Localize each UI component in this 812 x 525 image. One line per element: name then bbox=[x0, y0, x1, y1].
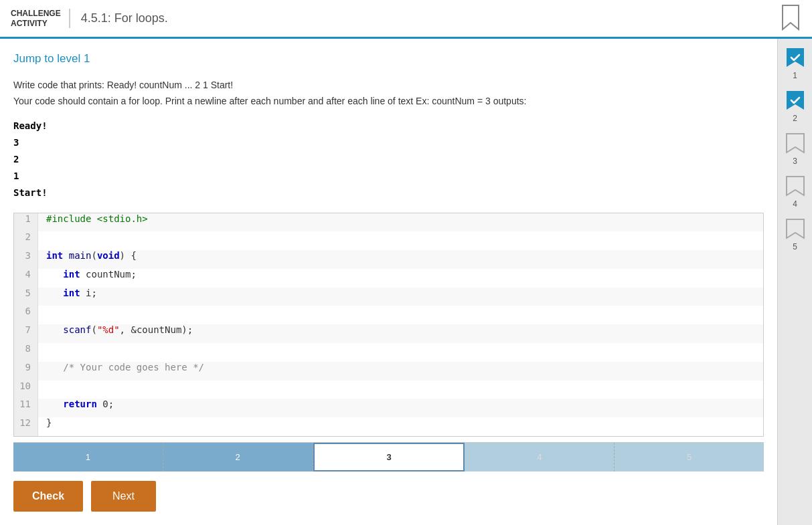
progress-segment-4[interactable]: 4 bbox=[465, 443, 615, 471]
badge-label: 3 bbox=[793, 156, 797, 166]
table-row: 1#include <stdio.h> bbox=[14, 213, 763, 232]
instructions: Write code that prints: Ready! countNum … bbox=[13, 78, 764, 110]
main-container: Jump to level 1 Write code that prints: … bbox=[0, 39, 812, 525]
line-number: 11 bbox=[14, 399, 38, 417]
code-editor[interactable]: 1#include <stdio.h>23int main(void) {4 i… bbox=[13, 213, 764, 437]
progress-segment-2[interactable]: 2 bbox=[163, 443, 313, 471]
line-number: 8 bbox=[14, 343, 38, 362]
line-number: 5 bbox=[14, 288, 38, 306]
challenge-activity-label: CHALLENGEACTIVITY bbox=[11, 9, 70, 28]
progress-segment-5[interactable]: 5 bbox=[615, 443, 764, 471]
output-line-3: 3 bbox=[13, 134, 764, 151]
badge-label: 5 bbox=[793, 242, 797, 251]
unchecked-badge-icon bbox=[785, 218, 805, 241]
progress-segment-3[interactable]: 3 bbox=[313, 443, 465, 471]
table-row: 4 int countNum; bbox=[14, 269, 763, 288]
bookmark-button[interactable] bbox=[780, 4, 801, 33]
line-content bbox=[38, 343, 763, 362]
line-content: scanf("%d", &countNum); bbox=[38, 324, 763, 343]
expected-output: Ready! 3 2 1 Start! bbox=[13, 118, 764, 202]
line-content bbox=[38, 231, 763, 250]
table-row: 12} bbox=[14, 417, 763, 436]
instruction-line1: Write code that prints: Ready! countNum … bbox=[13, 78, 764, 94]
line-number: 12 bbox=[14, 417, 38, 436]
line-number: 1 bbox=[14, 213, 38, 232]
table-row: 2 bbox=[14, 231, 763, 250]
line-number: 9 bbox=[14, 362, 38, 381]
output-line-2: 2 bbox=[13, 151, 764, 168]
line-content bbox=[38, 381, 763, 399]
output-line-ready: Ready! bbox=[13, 118, 764, 134]
line-number: 6 bbox=[14, 306, 38, 324]
table-row: 6 bbox=[14, 306, 763, 324]
level-badge-4[interactable]: 4 bbox=[785, 175, 805, 209]
badge-label: 2 bbox=[793, 114, 797, 123]
progress-bar: 12345 bbox=[13, 442, 764, 471]
table-row: 3int main(void) { bbox=[14, 250, 763, 269]
line-content bbox=[38, 306, 763, 324]
header: CHALLENGEACTIVITY 4.5.1: For loops. bbox=[0, 0, 812, 39]
unchecked-badge-icon bbox=[785, 132, 805, 155]
next-button[interactable]: Next bbox=[91, 481, 156, 512]
badge-label: 4 bbox=[793, 199, 797, 209]
line-number: 2 bbox=[14, 231, 38, 250]
checked-badge-icon bbox=[785, 90, 805, 112]
jump-to-level-link[interactable]: Jump to level 1 bbox=[13, 52, 764, 66]
output-line-1: 1 bbox=[13, 168, 764, 185]
level-badge-2[interactable]: 2 bbox=[785, 90, 805, 123]
right-sidebar: 1 2 3 4 5 bbox=[777, 39, 812, 525]
progress-segment-1[interactable]: 1 bbox=[13, 443, 163, 471]
page-title: 4.5.1: For loops. bbox=[81, 11, 168, 25]
button-row: Check Next bbox=[13, 471, 764, 518]
bookmark-icon bbox=[780, 4, 801, 31]
code-content: 1#include <stdio.h>23int main(void) {4 i… bbox=[14, 213, 763, 436]
table-row: 8 bbox=[14, 343, 763, 362]
line-content: return 0; bbox=[38, 399, 763, 417]
badge-label: 1 bbox=[793, 71, 797, 80]
line-content: int countNum; bbox=[38, 269, 763, 288]
table-row: 10 bbox=[14, 381, 763, 399]
instruction-line2: Your code should contain a for loop. Pri… bbox=[13, 94, 764, 110]
content-area: Jump to level 1 Write code that prints: … bbox=[0, 39, 777, 525]
table-row: 7 scanf("%d", &countNum); bbox=[14, 324, 763, 343]
level-badge-5[interactable]: 5 bbox=[785, 218, 805, 251]
table-row: 5 int i; bbox=[14, 288, 763, 306]
checked-badge-icon bbox=[785, 47, 805, 70]
line-number: 10 bbox=[14, 381, 38, 399]
line-number: 3 bbox=[14, 250, 38, 269]
check-button[interactable]: Check bbox=[13, 481, 83, 512]
line-content: /* Your code goes here */ bbox=[38, 362, 763, 381]
table-row: 9 /* Your code goes here */ bbox=[14, 362, 763, 381]
line-number: 7 bbox=[14, 324, 38, 343]
unchecked-badge-icon bbox=[785, 175, 805, 198]
level-badge-1[interactable]: 1 bbox=[785, 47, 805, 80]
line-content: } bbox=[38, 417, 763, 436]
table-row: 11 return 0; bbox=[14, 399, 763, 417]
line-content: int main(void) { bbox=[38, 250, 763, 269]
output-line-start: Start! bbox=[13, 185, 764, 201]
line-content: int i; bbox=[38, 288, 763, 306]
level-badge-3[interactable]: 3 bbox=[785, 132, 805, 166]
line-number: 4 bbox=[14, 269, 38, 288]
line-content: #include <stdio.h> bbox=[38, 213, 763, 232]
